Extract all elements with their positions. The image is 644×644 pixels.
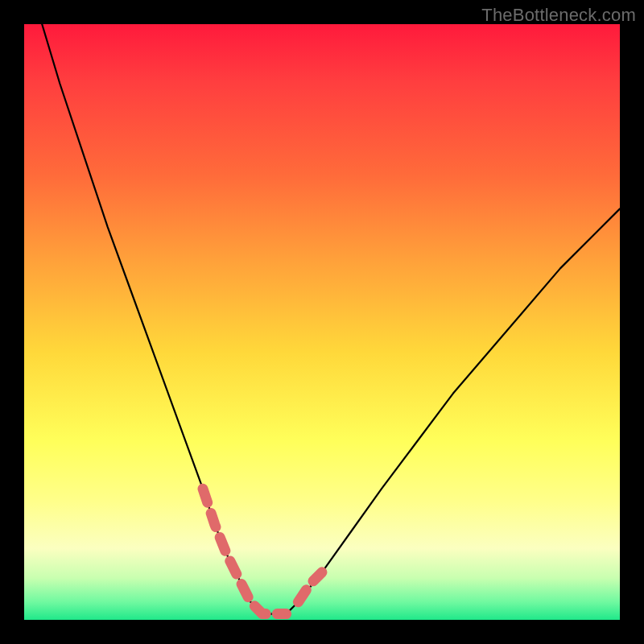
- highlight-right: [298, 572, 322, 602]
- watermark-text: TheBottleneck.com: [481, 5, 636, 26]
- plot-area: [24, 24, 620, 620]
- curve-group: [42, 24, 620, 614]
- chart-svg: [24, 24, 620, 620]
- highlight-left: [203, 489, 287, 613]
- outer-frame: TheBottleneck.com: [0, 0, 644, 644]
- main-curve: [42, 24, 620, 614]
